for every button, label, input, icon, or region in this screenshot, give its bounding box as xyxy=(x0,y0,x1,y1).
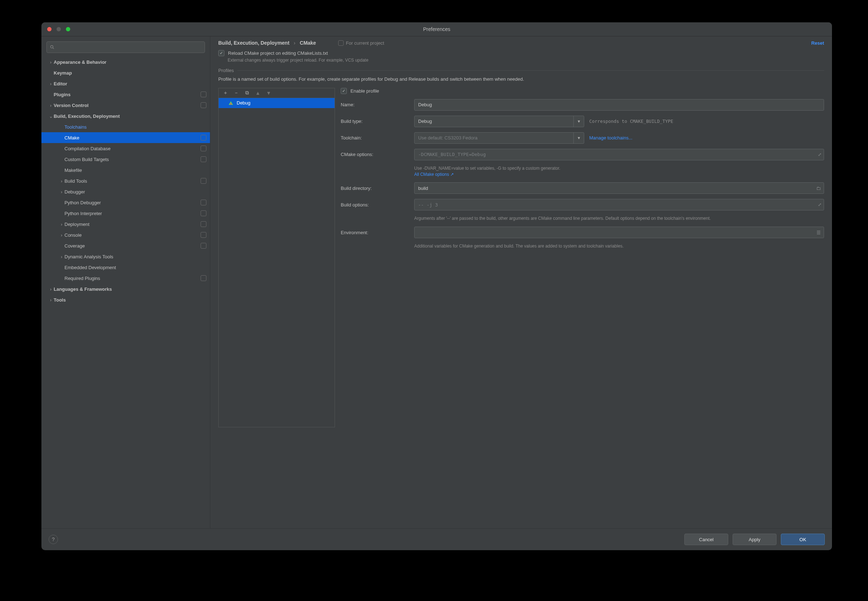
profiles-description: Profile is a named set of build options.… xyxy=(218,76,824,83)
sidebar-item-python-interpreter[interactable]: Python Interpreter xyxy=(41,208,210,219)
chevron-right-icon: › xyxy=(59,178,64,184)
project-scope-icon xyxy=(201,243,206,249)
search-input[interactable] xyxy=(46,41,205,53)
sidebar-item-editor[interactable]: ›Editor xyxy=(41,78,210,89)
sidebar-item-label: Compilation Database xyxy=(64,146,201,151)
copy-icon[interactable]: ⧉ xyxy=(244,90,250,96)
sidebar-item-languages-frameworks[interactable]: ›Languages & Frameworks xyxy=(41,284,210,294)
sidebar-item-label: Version Control xyxy=(54,103,201,108)
manage-toolchains-link[interactable]: Manage toolchains... xyxy=(589,135,632,140)
sidebar-item-build-execution-deployment[interactable]: ⌄Build, Execution, Deployment xyxy=(41,111,210,121)
chevron-right-icon: › xyxy=(59,221,64,227)
all-cmake-options-link[interactable]: All CMake options ↗ xyxy=(414,172,454,177)
sidebar-item-toolchains[interactable]: Toolchains xyxy=(41,121,210,132)
sidebar-item-label: Deployment xyxy=(64,221,201,227)
project-scope-icon xyxy=(201,146,206,151)
project-scope-icon xyxy=(338,40,344,46)
cmakeopts-placeholder: -DCMAKE_BUILD_TYPE=Debug xyxy=(418,152,486,157)
sidebar-item-makefile[interactable]: Makefile xyxy=(41,165,210,175)
profile-item[interactable]: Debug xyxy=(219,98,335,108)
expand-icon[interactable]: ⤢ xyxy=(818,152,822,157)
sidebar-item-custom-build-targets[interactable]: Custom Build Targets xyxy=(41,154,210,165)
sidebar-item-embedded-development[interactable]: Embedded Development xyxy=(41,262,210,273)
help-button[interactable]: ? xyxy=(49,535,58,544)
sidebar-item-label: Plugins xyxy=(54,92,201,97)
sidebar-item-deployment[interactable]: ›Deployment xyxy=(41,219,210,230)
svg-point-0 xyxy=(50,46,53,48)
profiles-toolbar: ＋ － ⧉ ▲ ▼ xyxy=(219,88,335,98)
sidebar-item-version-control[interactable]: ›Version Control xyxy=(41,100,210,111)
reload-checkbox-row[interactable]: Reload CMake project on editing CMakeLis… xyxy=(218,50,824,56)
chevron-right-icon: › xyxy=(59,254,64,259)
sidebar-item-build-tools[interactable]: ›Build Tools xyxy=(41,175,210,186)
sidebar-item-coverage[interactable]: Coverage xyxy=(41,240,210,251)
move-down-icon[interactable]: ▼ xyxy=(265,90,272,96)
builddir-label: Build directory: xyxy=(341,186,409,191)
chevron-right-icon: › xyxy=(59,232,64,238)
divider xyxy=(238,70,824,71)
folder-icon[interactable]: 🗀 xyxy=(816,186,821,191)
profiles-list: Debug xyxy=(219,98,335,427)
cmakeopts-hint-text: Use -DVAR_NAME=value to set variables, -… xyxy=(414,166,560,171)
main-panel: Build, Execution, Deployment › CMake For… xyxy=(210,37,832,528)
sidebar-item-label: Required Plugins xyxy=(64,276,201,281)
buildopts-hint: Arguments after '--' are passed to the b… xyxy=(414,215,824,221)
profiles-section-label: Profiles xyxy=(218,68,234,73)
sidebar-item-debugger[interactable]: ›Debugger xyxy=(41,186,210,197)
sidebar-item-plugins[interactable]: Plugins xyxy=(41,89,210,100)
env-input[interactable]: ☰ xyxy=(414,227,824,238)
sidebar-item-label: Debugger xyxy=(64,189,206,195)
project-scope-icon xyxy=(201,102,206,108)
move-up-icon[interactable]: ▲ xyxy=(254,90,261,96)
ok-button[interactable]: OK xyxy=(781,534,825,545)
breadcrumb-parent[interactable]: Build, Execution, Deployment xyxy=(218,40,289,46)
expand-icon[interactable]: ⤢ xyxy=(818,202,822,207)
sidebar-item-tools[interactable]: ›Tools xyxy=(41,294,210,305)
sidebar-item-label: Makefile xyxy=(64,168,206,173)
cmake-icon xyxy=(229,101,233,105)
sidebar-item-label: Toolchains xyxy=(64,124,206,130)
sidebar-item-compilation-database[interactable]: Compilation Database xyxy=(41,143,210,154)
toolchain-select[interactable]: Use default: CS3203 Fedora ▾ xyxy=(414,132,584,144)
list-icon[interactable]: ☰ xyxy=(816,230,821,235)
svg-line-1 xyxy=(53,48,54,49)
buildopts-input[interactable]: -- -j 3 ⤢ xyxy=(414,199,824,211)
add-icon[interactable]: ＋ xyxy=(222,90,229,96)
sidebar-item-label: Tools xyxy=(54,297,206,303)
sidebar: ›Appearance & BehaviorKeymap›EditorPlugi… xyxy=(41,37,210,528)
scope-text: For current project xyxy=(346,40,384,46)
remove-icon[interactable]: － xyxy=(233,90,239,96)
enable-profile-row[interactable]: Enable profile xyxy=(341,88,824,94)
buildtype-label: Build type: xyxy=(341,119,409,124)
sidebar-item-appearance-behavior[interactable]: ›Appearance & Behavior xyxy=(41,56,210,67)
reload-checkbox[interactable] xyxy=(218,50,224,56)
apply-button[interactable]: Apply xyxy=(732,534,777,545)
sidebar-item-python-debugger[interactable]: Python Debugger xyxy=(41,197,210,208)
cmakeopts-input[interactable]: -DCMAKE_BUILD_TYPE=Debug ⤢ xyxy=(414,149,824,160)
reset-button[interactable]: Reset xyxy=(812,40,824,46)
project-scope-icon xyxy=(201,92,206,97)
enable-profile-label: Enable profile xyxy=(350,88,379,94)
chevron-right-icon: › xyxy=(48,297,54,303)
content: Reload CMake project on editing CMakeLis… xyxy=(210,49,832,528)
preferences-window: Preferences ›Appearance & BehaviorKeymap… xyxy=(41,22,832,550)
enable-profile-checkbox[interactable] xyxy=(341,88,347,94)
sidebar-item-console[interactable]: ›Console xyxy=(41,230,210,240)
sidebar-item-dynamic-analysis-tools[interactable]: ›Dynamic Analysis Tools xyxy=(41,251,210,262)
buildtype-select[interactable]: Debug ▾ xyxy=(414,116,584,127)
sidebar-item-label: Custom Build Targets xyxy=(64,157,201,162)
sidebar-item-keymap[interactable]: Keymap xyxy=(41,67,210,78)
buildopts-placeholder: -- -j 3 xyxy=(418,202,438,207)
project-scope-icon xyxy=(201,135,206,140)
cancel-button[interactable]: Cancel xyxy=(684,534,728,545)
sidebar-item-cmake[interactable]: CMake xyxy=(41,132,210,143)
name-input[interactable]: Debug xyxy=(414,99,824,111)
sidebar-item-label: Appearance & Behavior xyxy=(54,59,206,65)
builddir-input[interactable]: build 🗀 xyxy=(414,182,824,194)
buildtype-value: Debug xyxy=(418,119,432,124)
sidebar-item-label: Languages & Frameworks xyxy=(54,287,206,292)
titlebar: Preferences xyxy=(41,22,832,37)
sidebar-item-required-plugins[interactable]: Required Plugins xyxy=(41,273,210,284)
cmakeopts-hint: Use -DVAR_NAME=value to set variables, -… xyxy=(414,165,824,178)
reload-checkbox-label: Reload CMake project on editing CMakeLis… xyxy=(228,50,328,56)
